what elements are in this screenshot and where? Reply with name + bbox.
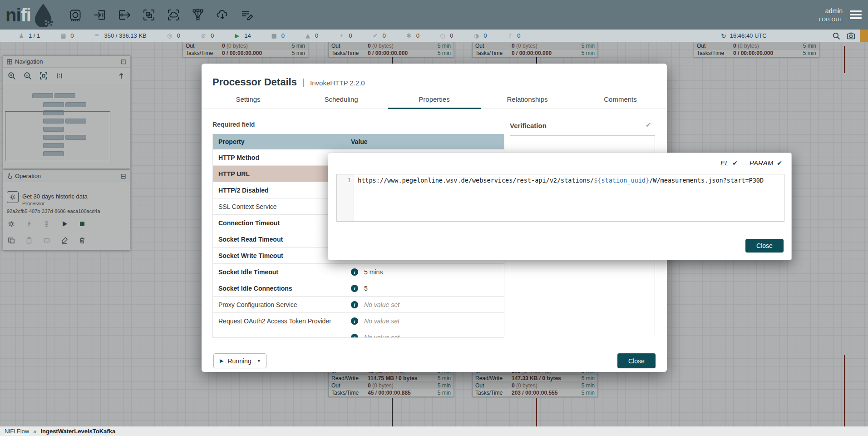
- locally-modified-icon: ✱: [406, 32, 412, 39]
- tab-relationships[interactable]: Relationships: [481, 90, 574, 109]
- property-row[interactable]: i No value set: [213, 329, 504, 338]
- property-value-text: 5: [364, 285, 368, 292]
- output-port-icon[interactable]: [117, 8, 132, 22]
- status-item: ♟ 1 / 1: [18, 32, 40, 39]
- required-field-label: Required field: [212, 121, 255, 128]
- info-icon[interactable]: i: [351, 317, 358, 325]
- remote-process-group-icon[interactable]: [166, 8, 181, 22]
- property-value[interactable]: i No value set: [345, 334, 504, 338]
- stopped-icon: ■: [271, 32, 277, 39]
- processor-icon[interactable]: [68, 8, 83, 22]
- stale-icon: ○: [439, 32, 446, 39]
- locally-modified-stale-icon: ◑: [473, 32, 479, 39]
- flow-analysis-drawer-toggle[interactable]: [860, 30, 868, 42]
- status-count: 0: [349, 32, 352, 39]
- tab-properties[interactable]: Properties: [388, 90, 481, 109]
- property-value[interactable]: i No value set: [345, 301, 504, 308]
- property-value[interactable]: i No value set: [345, 317, 504, 325]
- property-name: HTTP/2 Disabled: [213, 187, 345, 194]
- property-row[interactable]: Request OAuth2 Access Token Provider i N…: [213, 313, 504, 329]
- status-count: 0: [315, 32, 318, 39]
- nifi-droplet-icon: [32, 3, 54, 27]
- component-toolbar: [68, 8, 254, 22]
- line-number: 1: [347, 177, 351, 183]
- property-name: SSL Context Service: [213, 203, 345, 210]
- property-row[interactable]: Proxy Configuration Service i No value s…: [213, 297, 504, 313]
- el-variable: station_uuid: [601, 177, 646, 184]
- dialog-header: Processor Details | InvokeHTTP 2.2.0: [212, 76, 365, 88]
- tab-settings[interactable]: Settings: [202, 90, 295, 109]
- active-threads-icon: ▦: [60, 32, 66, 39]
- status-item: ▦ 0: [60, 32, 74, 39]
- value-editor-popup: EL✔ PARAM✔ 1 https://www.pegelonline.wsv…: [328, 153, 792, 260]
- column-property: Property: [213, 138, 345, 145]
- tab-comments[interactable]: Comments: [574, 90, 667, 109]
- cloud-download-icon[interactable]: [215, 8, 230, 22]
- input-port-icon[interactable]: [93, 8, 107, 22]
- info-icon[interactable]: i: [351, 268, 358, 276]
- breadcrumb: NiFi Flow » IngestWaterLevelsToKafka: [0, 426, 868, 436]
- info-icon[interactable]: i: [351, 285, 358, 292]
- info-icon[interactable]: i: [351, 301, 358, 308]
- info-icon[interactable]: i: [351, 334, 358, 338]
- last-refresh-time: 16:46:40 UTC: [730, 32, 767, 39]
- status-item: ▲ 0: [305, 32, 318, 39]
- current-user: admin: [825, 7, 843, 15]
- verification-check-icon[interactable]: ✔: [646, 121, 651, 129]
- property-row[interactable]: Socket Idle Timeout i 5 mins: [213, 264, 504, 280]
- not-transmitting-icon: ⊘: [200, 32, 207, 39]
- property-name: Socket Write Timeout: [213, 252, 345, 259]
- status-item: ○ 0: [439, 32, 453, 39]
- nifi-logo: nifi: [5, 3, 54, 27]
- dialog-tabs: Settings Scheduling Properties Relations…: [202, 90, 667, 109]
- breadcrumb-root-link[interactable]: NiFi Flow: [5, 428, 29, 435]
- funnel-icon[interactable]: [191, 8, 205, 22]
- title-separator: |: [302, 77, 305, 88]
- editor-code-line[interactable]: https://www.pegelonline.wsv.de/webservic…: [354, 174, 784, 221]
- refresh-icon[interactable]: ↻: [721, 32, 726, 40]
- status-item: ⚡ 0: [338, 32, 352, 39]
- search-icon[interactable]: [832, 32, 840, 40]
- verification-title: Verification: [510, 122, 547, 129]
- property-name: HTTP Method: [213, 154, 345, 161]
- property-value-editor[interactable]: 1 https://www.pegelonline.wsv.de/webserv…: [336, 174, 784, 222]
- breadcrumb-separator: »: [33, 428, 36, 435]
- status-item: ■ 0: [271, 32, 285, 39]
- property-row[interactable]: Socket Idle Connections i 5: [213, 280, 504, 297]
- property-name: Connection Timeout: [213, 219, 345, 227]
- property-name: Socket Read Timeout: [213, 236, 345, 243]
- status-count: 1 / 1: [29, 32, 40, 39]
- property-value[interactable]: i 5: [345, 285, 504, 292]
- status-clock: ↻ 16:46:40 UTC: [721, 32, 767, 40]
- column-value: Value: [345, 138, 504, 145]
- chevron-down-icon: ▾: [258, 358, 260, 363]
- el-supported-badge: EL✔: [720, 159, 738, 167]
- nifi-logo-text: nifi: [5, 6, 31, 24]
- property-value[interactable]: i 5 mins: [345, 268, 504, 276]
- label-icon[interactable]: [240, 8, 254, 22]
- property-value-text: No value set: [364, 317, 399, 325]
- status-item: ? 0: [507, 32, 520, 39]
- global-menu-icon[interactable]: [850, 10, 862, 19]
- property-value-text: 5 mins: [364, 268, 383, 276]
- logout-link[interactable]: LOG OUT: [819, 17, 843, 22]
- processor-type-version: InvokeHTTP 2.2.0: [310, 79, 365, 87]
- property-name: Socket Idle Timeout: [213, 268, 345, 276]
- sync-failure-icon: ?: [507, 32, 513, 39]
- dialog-close-button[interactable]: Close: [617, 353, 656, 368]
- status-item: ▶ 14: [234, 32, 251, 39]
- status-count: 0: [211, 32, 214, 39]
- process-group-icon[interactable]: [142, 8, 156, 22]
- tab-scheduling[interactable]: Scheduling: [295, 90, 388, 109]
- status-item: ◎ 0: [167, 32, 180, 39]
- run-state-button[interactable]: ▶ Running ▾: [213, 353, 266, 368]
- status-bar: ♟ 1 / 1 ▦ 0 ≡ 350 / 336.13 KB ◎ 0 ⊘ 0 ▶ …: [0, 30, 868, 42]
- check-icon: ✔: [732, 159, 738, 167]
- status-count: 0: [517, 32, 520, 39]
- property-value-text: No value set: [364, 301, 399, 308]
- status-item: ◑ 0: [473, 32, 487, 39]
- snapshot-camera-icon[interactable]: [847, 32, 855, 40]
- status-count: 0: [177, 32, 180, 39]
- property-value-text: No value set: [364, 334, 399, 338]
- popup-close-button[interactable]: Close: [745, 239, 784, 253]
